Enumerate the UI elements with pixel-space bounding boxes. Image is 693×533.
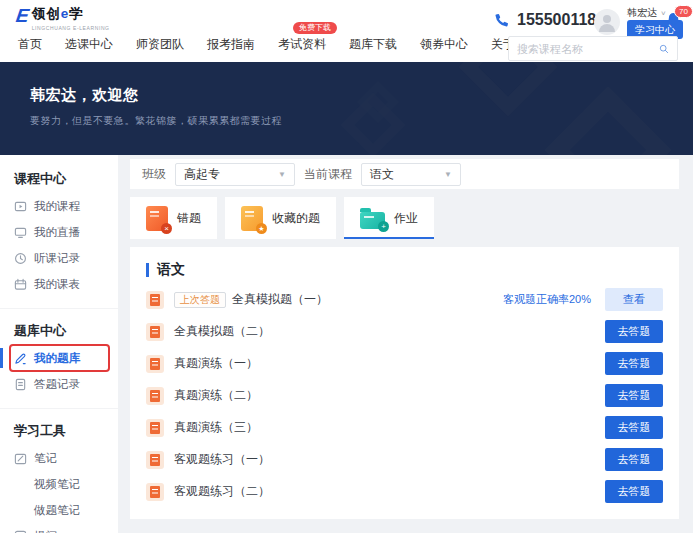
nav-exam-guide[interactable]: 报考指南 bbox=[207, 36, 255, 53]
plus-badge-icon: + bbox=[378, 221, 389, 232]
answer-button[interactable]: 去答题 bbox=[605, 320, 663, 343]
sidebar-section-study-tools: 学习工具 笔记 视频笔记 做题笔记 ? 提问 bbox=[0, 408, 118, 533]
listen-history-icon bbox=[14, 252, 27, 265]
answer-record-icon bbox=[14, 378, 27, 391]
homework-title: 真题演练（三） bbox=[174, 419, 258, 436]
my-question-bank-icon bbox=[14, 352, 27, 365]
nav-course-center[interactable]: 选课中心 bbox=[65, 36, 113, 53]
search-icon[interactable] bbox=[659, 42, 669, 56]
homework-title: 客观题练习（一） bbox=[174, 451, 270, 468]
homework-title: 真题演练（二） bbox=[174, 387, 258, 404]
sidebar-item-video-notes[interactable]: 视频笔记 bbox=[14, 476, 118, 492]
question-tabs: × 错题 ★ 收藏的题 + 作业 bbox=[130, 197, 679, 239]
section-title: 课程中心 bbox=[14, 170, 118, 188]
my-schedule-icon bbox=[14, 278, 27, 291]
homework-row: 真题演练（一） 去答题 bbox=[146, 352, 663, 375]
subject-heading: 语文 bbox=[146, 261, 663, 279]
paper-icon bbox=[146, 387, 164, 405]
sidebar-item-notes[interactable]: 笔记 bbox=[14, 450, 118, 466]
homework-title: 客观题练习（二） bbox=[174, 483, 270, 500]
avatar-person-icon bbox=[594, 9, 620, 35]
user-area: 韩宏达˅ 学习中心 bbox=[594, 5, 660, 39]
brand-logo[interactable]: E 领创e学 LINGCHUANG E-LEARNING bbox=[16, 7, 110, 35]
main-content: 班级 高起专 ▼ 当前课程 语文 ▼ × 错题 ★ 收藏的题 bbox=[118, 155, 693, 533]
nav-home[interactable]: 首页 bbox=[18, 36, 42, 53]
paper-icon bbox=[146, 419, 164, 437]
search-input[interactable] bbox=[517, 43, 659, 55]
homework-title: 真题演练（一） bbox=[174, 355, 258, 372]
notes-icon bbox=[14, 452, 27, 465]
page: E 领创e学 LINGCHUANG E-LEARNING 首页 选课中心 师资团… bbox=[0, 0, 693, 533]
answer-button[interactable]: 去答题 bbox=[605, 448, 663, 471]
paper-icon bbox=[146, 483, 164, 501]
homework-title: 全真模拟题（二） bbox=[174, 323, 270, 340]
class-label: 班级 bbox=[142, 166, 166, 183]
welcome-banner: 韩宏达，欢迎您 要努力，但是不要急。繁花锦簇，硕果累累都需要过程 bbox=[0, 62, 693, 155]
view-button[interactable]: 查看 bbox=[605, 288, 663, 311]
sidebar-item-my-live[interactable]: 我的直播 bbox=[14, 224, 118, 240]
section-title: 题库中心 bbox=[14, 322, 118, 340]
wrong-questions-icon: × bbox=[146, 206, 168, 231]
last-answered-badge: 上次答题 bbox=[174, 292, 226, 308]
caret-down-icon: ▼ bbox=[278, 170, 286, 179]
homework-title: 全真模拟题（一） bbox=[232, 291, 328, 308]
notification-bell[interactable]: 70 bbox=[665, 11, 682, 32]
caret-down-icon: ▼ bbox=[444, 170, 452, 179]
brand-tagline: LINGCHUANG E-LEARNING bbox=[32, 22, 110, 35]
nav-coupon-center[interactable]: 领券中心 bbox=[420, 36, 468, 53]
my-live-icon bbox=[14, 226, 27, 239]
x-badge-icon: × bbox=[161, 223, 172, 234]
tab-favorite-questions[interactable]: ★ 收藏的题 bbox=[225, 197, 336, 239]
free-download-badge: 免费下载 bbox=[293, 22, 337, 34]
filter-bar: 班级 高起专 ▼ 当前课程 语文 ▼ bbox=[130, 159, 679, 189]
star-badge-icon: ★ bbox=[256, 223, 267, 234]
sidebar-item-my-courses[interactable]: 我的课程 bbox=[14, 198, 118, 214]
sidebar-item-my-schedule[interactable]: 我的课表 bbox=[14, 276, 118, 292]
homework-icon: + bbox=[360, 212, 385, 229]
sidebar-item-my-question-bank[interactable]: 我的题库 bbox=[14, 350, 118, 366]
answer-button[interactable]: 去答题 bbox=[605, 384, 663, 407]
sidebar-item-exercise-notes[interactable]: 做题笔记 bbox=[14, 502, 118, 518]
accuracy-stat: 客观题正确率20% bbox=[503, 292, 591, 307]
avatar[interactable] bbox=[594, 9, 620, 35]
section-title: 学习工具 bbox=[14, 422, 118, 440]
tab-wrong-questions[interactable]: × 错题 bbox=[130, 197, 217, 239]
active-indicator-bar bbox=[0, 348, 3, 368]
body: 课程中心 我的课程 我的直播 听课记录 我的课表 bbox=[0, 155, 693, 533]
homework-list-card: 语文 上次答题 全真模拟题（一） 客观题正确率20% 查看 全真模拟题（二） 去… bbox=[130, 247, 679, 519]
answer-button[interactable]: 去答题 bbox=[605, 480, 663, 503]
paper-icon bbox=[146, 291, 164, 309]
homework-row: 真题演练（三） 去答题 bbox=[146, 416, 663, 439]
sidebar-section-courses: 课程中心 我的课程 我的直播 听课记录 我的课表 bbox=[0, 157, 118, 304]
class-select[interactable]: 高起专 ▼ bbox=[175, 163, 295, 186]
notification-count-badge: 70 bbox=[674, 5, 693, 18]
ask-question-icon: ? bbox=[14, 530, 27, 533]
answer-button[interactable]: 去答题 bbox=[605, 416, 663, 439]
sidebar: 课程中心 我的课程 我的直播 听课记录 我的课表 bbox=[0, 155, 118, 533]
sidebar-item-answer-record[interactable]: 答题记录 bbox=[14, 376, 118, 392]
homework-row: 全真模拟题（二） 去答题 bbox=[146, 320, 663, 343]
favorite-questions-icon: ★ bbox=[241, 206, 263, 231]
nav-teachers[interactable]: 师资团队 bbox=[136, 36, 184, 53]
sidebar-item-listen-history[interactable]: 听课记录 bbox=[14, 250, 118, 266]
homework-row: 客观题练习（一） 去答题 bbox=[146, 448, 663, 471]
course-search bbox=[508, 36, 678, 61]
phone-icon bbox=[494, 12, 510, 28]
answer-button[interactable]: 去答题 bbox=[605, 352, 663, 375]
user-name[interactable]: 韩宏达˅ bbox=[627, 6, 666, 20]
sidebar-section-question-bank: 题库中心 我的题库 答题记录 bbox=[0, 308, 118, 404]
homework-row: 客观题练习（二） 去答题 bbox=[146, 480, 663, 503]
nav-exam-materials[interactable]: 考试资料免费下载 bbox=[278, 36, 326, 53]
subject-accent-bar bbox=[146, 263, 149, 277]
course-select[interactable]: 语文 ▼ bbox=[361, 163, 461, 186]
logo-e-icon: E bbox=[15, 7, 30, 25]
current-course-label: 当前课程 bbox=[304, 166, 352, 183]
tab-homework[interactable]: + 作业 bbox=[344, 197, 434, 239]
nav-question-bank-download[interactable]: 题库下载 bbox=[349, 36, 397, 53]
homework-row: 真题演练（二） 去答题 bbox=[146, 384, 663, 407]
homework-row: 上次答题 全真模拟题（一） 客观题正确率20% 查看 bbox=[146, 288, 663, 311]
paper-icon bbox=[146, 323, 164, 341]
my-courses-icon bbox=[14, 200, 27, 213]
header: E 领创e学 LINGCHUANG E-LEARNING 首页 选课中心 师资团… bbox=[0, 0, 693, 62]
sidebar-item-ask-question[interactable]: ? 提问 bbox=[14, 528, 118, 533]
